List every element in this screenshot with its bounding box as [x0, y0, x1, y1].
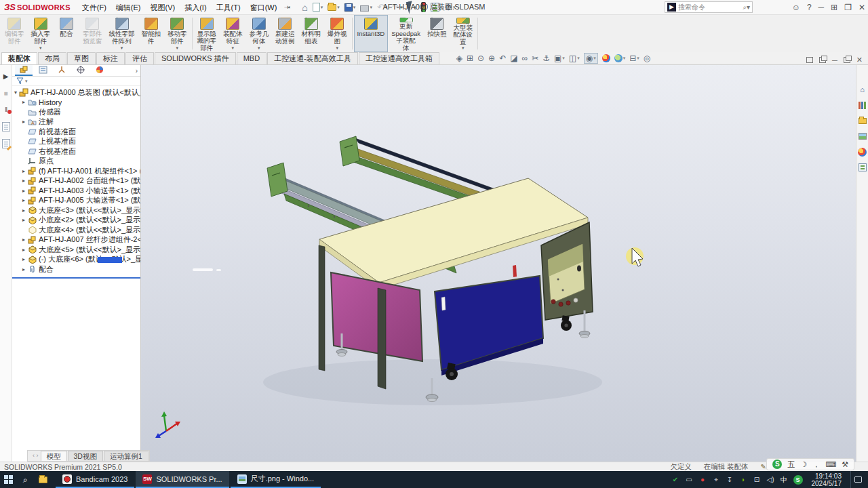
- dropdown-arrow-icon[interactable]: ▾: [258, 45, 260, 51]
- tree-root-item[interactable]: ▾AFT-HJ-A000 总装图 (默认<默认_显示状态-1: [12, 87, 140, 98]
- magnifying-ball-icon[interactable]: ◎: [644, 54, 650, 63]
- taskbar-clock[interactable]: 19:14:03 2024/5/17: [812, 472, 842, 487]
- apply-scene-icon[interactable]: ▾: [614, 54, 626, 62]
- expand-arrow-icon[interactable]: ▸: [20, 99, 27, 105]
- new-document-icon[interactable]: ▾: [311, 1, 325, 14]
- maximize-button[interactable]: ⊞: [831, 3, 837, 12]
- expand-arrow-icon[interactable]: ▸: [20, 178, 27, 184]
- ribbon-linear-pattern[interactable]: 线性零部 件阵列▾: [106, 15, 138, 52]
- ime-item-0[interactable]: 五: [787, 460, 795, 470]
- dropdown-arrow-icon[interactable]: ▾: [39, 45, 42, 51]
- file-explorer-taskbar-icon[interactable]: [34, 471, 52, 488]
- close-button[interactable]: ✕: [859, 3, 865, 12]
- stop-macro-icon[interactable]: ■: [1, 87, 12, 98]
- usb-icon[interactable]: ↧: [726, 476, 734, 483]
- network-display-icon[interactable]: ⊡: [753, 476, 762, 483]
- help-icon[interactable]: ?: [807, 3, 812, 12]
- tab-4[interactable]: 评估: [125, 52, 154, 64]
- ribbon-exploded-view[interactable]: 爆炸视 图▾: [324, 15, 351, 52]
- view-settings-icon[interactable]: ⊟▾: [629, 54, 639, 63]
- tree-item-12[interactable]: ▸小底座<2> (默认<<默认>_显示状态 1>): [12, 216, 140, 226]
- solidworks-resources-icon[interactable]: ⌂: [857, 84, 868, 95]
- tree-item-11[interactable]: ▸大底座<3> (默认<<默认>_显示状态 1>): [12, 205, 140, 216]
- measure-icon[interactable]: ✂: [532, 54, 538, 63]
- ribbon-smart-fasteners[interactable]: 智能扣 件: [138, 15, 165, 52]
- ribbon-move-component[interactable]: 移动零 部件▾: [164, 15, 191, 52]
- sogou-tray-icon[interactable]: S: [793, 475, 803, 485]
- ime-item-3[interactable]: ⌨: [825, 460, 836, 469]
- menu-5[interactable]: 窗口(W): [245, 0, 282, 15]
- print-icon[interactable]: ▾: [359, 1, 374, 14]
- hide-show-items-icon[interactable]: ◉▾: [584, 53, 598, 64]
- dimxpertmanager-tab-icon[interactable]: [72, 65, 90, 76]
- chat-icon[interactable]: ▭: [685, 476, 694, 483]
- tree-item-7[interactable]: ▸(f) AFT-HJ-A001 机架组件<1> (默认<默: [12, 166, 140, 176]
- file-properties-icon[interactable]: [429, 1, 441, 14]
- tree-item-13[interactable]: 大底座<4> (默认<<默认>_显示状态 1>): [12, 225, 140, 235]
- appearances-scenes-icon[interactable]: [857, 146, 868, 157]
- tab-7[interactable]: 工控速通-装配高效工具: [267, 52, 358, 64]
- taskbar-app-1[interactable]: SWSOLIDWORKS Pr...: [136, 471, 229, 488]
- tree-item-10[interactable]: ▸AFT-HJ-A005 大输送带<1> (默认<默认_: [12, 196, 140, 206]
- start-button[interactable]: [0, 471, 16, 488]
- expand-arrow-icon[interactable]: ▸: [20, 168, 27, 174]
- bottom-tab-1[interactable]: 3D视图: [68, 451, 103, 461]
- home-icon[interactable]: ⌂: [300, 1, 309, 14]
- minimize-button[interactable]: ─: [818, 3, 825, 12]
- configurationmanager-tab-icon[interactable]: [53, 65, 71, 76]
- safety-check-icon[interactable]: ✔: [671, 476, 680, 483]
- tab-scroll-icons[interactable]: ‹ ›: [31, 451, 41, 461]
- expand-arrow-icon[interactable]: ▸: [20, 217, 27, 223]
- ribbon-take-snapshot[interactable]: 拍快照: [424, 15, 450, 52]
- tree-item-6[interactable]: 原点: [12, 157, 140, 167]
- ribbon-insert-component[interactable]: 插入零 部件▾: [28, 15, 54, 52]
- ribbon-instant3d[interactable]: Instant3D: [354, 15, 389, 52]
- expand-arrow-icon[interactable]: ▸: [20, 119, 27, 125]
- expand-arrow-icon[interactable]: ▸: [20, 188, 27, 194]
- tree-bottom-splitter[interactable]: [12, 277, 140, 279]
- propertymanager-tab-icon[interactable]: [34, 65, 52, 76]
- panel-expand-icon[interactable]: ›: [136, 67, 138, 75]
- tree-item-5[interactable]: 右视基准面: [12, 146, 140, 157]
- tree-item-14[interactable]: ▸AFT-HJ-A007 丝杆步进组件-2<1> (默认<: [12, 235, 140, 245]
- ime-item-4[interactable]: ⚒: [842, 460, 848, 469]
- expand-arrow-icon[interactable]: ▸: [20, 256, 27, 262]
- tree-item-0[interactable]: ▸History: [12, 98, 140, 108]
- record-macro-icon[interactable]: ‖: [1, 104, 12, 115]
- dropdown-arrow-icon[interactable]: ▾: [462, 45, 465, 51]
- dropdown-arrow-icon[interactable]: ▾: [176, 45, 178, 51]
- tree-item-8[interactable]: ▸AFT-HJ-A002 台面组件<1> (默认<默认_: [12, 176, 140, 186]
- zoom-to-fit-icon[interactable]: ◈: [456, 54, 462, 63]
- restore-button[interactable]: ❐: [844, 3, 852, 12]
- expand-arrow-icon[interactable]: ▸: [20, 266, 27, 272]
- rebuild-icon[interactable]: [420, 1, 427, 14]
- magnifier-icon[interactable]: ⊙: [477, 54, 484, 63]
- volume-icon[interactable]: ◁): [766, 476, 775, 483]
- expand-arrow-icon[interactable]: ▸: [20, 247, 27, 253]
- menu-4[interactable]: 工具(T): [212, 0, 245, 15]
- doc-close-button[interactable]: ✕: [856, 56, 863, 64]
- gpu-icon[interactable]: ◗: [739, 476, 748, 483]
- options-gear-icon[interactable]: ⚙▾: [443, 1, 456, 14]
- tree-item-2[interactable]: ▸A注解: [12, 117, 140, 127]
- select-cursor-icon[interactable]: ▾: [406, 1, 418, 14]
- open-folder-icon[interactable]: ▾: [326, 1, 341, 14]
- expand-arrow-icon[interactable]: ▾: [12, 89, 19, 96]
- pin-menu-icon[interactable]: 📌︎: [283, 2, 293, 12]
- ribbon-large-assembly-settings[interactable]: 大型装 配体设 置▾: [450, 15, 476, 52]
- doc-tile-icon[interactable]: [806, 57, 813, 63]
- expand-arrow-icon[interactable]: ▸: [20, 237, 27, 243]
- bottom-tab-2[interactable]: 运动算例1: [104, 451, 149, 461]
- menu-1[interactable]: 编辑(E): [111, 0, 146, 15]
- tree-item-15[interactable]: ▸大底座<5> (默认<<默认>_显示状态 1>): [12, 245, 140, 255]
- file-explorer-icon[interactable]: [857, 115, 868, 126]
- search-icon[interactable]: ⌕▾: [743, 3, 750, 12]
- tab-1[interactable]: 布局: [38, 52, 66, 64]
- menu-2[interactable]: 视图(V): [146, 0, 180, 15]
- taskbar-search-icon[interactable]: ⌕: [16, 471, 34, 488]
- graphics-viewport[interactable]: [141, 65, 856, 462]
- run-macro-icon[interactable]: ▶: [1, 70, 12, 81]
- sogou-ime-toolbar[interactable]: S 五☽，⌨⚒: [766, 458, 854, 470]
- taskbar-app-2[interactable]: 尺寸.png - Windo...: [231, 471, 321, 488]
- tab-6[interactable]: MBD: [237, 52, 267, 64]
